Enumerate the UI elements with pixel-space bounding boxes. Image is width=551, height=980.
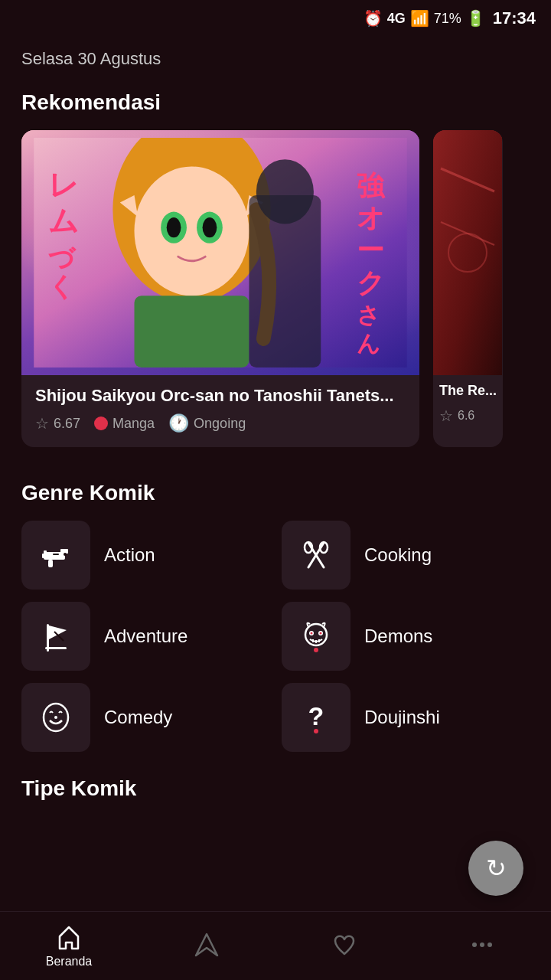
demons-label: Demons bbox=[364, 626, 432, 647]
cooking-label: Cooking bbox=[364, 544, 432, 566]
heart-icon bbox=[331, 931, 358, 959]
tipe-komik-title: Tipe Komik bbox=[0, 770, 551, 813]
svg-point-55 bbox=[472, 942, 477, 947]
genre-item-doujinshi[interactable]: ? Doujinshi bbox=[282, 683, 530, 752]
battery-label: 71% bbox=[434, 11, 461, 27]
rating-1: ☆ 6.6 bbox=[439, 407, 497, 425]
svg-text:?: ? bbox=[308, 701, 324, 730]
adventure-label: Adventure bbox=[104, 626, 187, 647]
nav-explore[interactable] bbox=[138, 931, 276, 962]
svg-text:ん: ん bbox=[357, 331, 380, 356]
adventure-icon-box bbox=[21, 602, 90, 671]
cover-art-svg: レ ム づ く 強 オ ー ク さ ん bbox=[29, 138, 412, 368]
svg-point-31 bbox=[64, 553, 67, 556]
adventure-icon bbox=[37, 618, 74, 655]
svg-point-2 bbox=[135, 167, 249, 296]
star-icon-0: ☆ bbox=[35, 414, 49, 433]
network-label: 4G bbox=[387, 11, 406, 27]
svg-rect-27 bbox=[60, 549, 68, 554]
alarm-icon: ⏰ bbox=[364, 9, 383, 28]
genre-grid: Action Cooking bbox=[0, 514, 551, 770]
genre-item-comedy[interactable]: Comedy bbox=[21, 683, 269, 752]
partial-cover-svg bbox=[433, 130, 502, 375]
type-0: Manga bbox=[94, 416, 155, 432]
demons-icon bbox=[298, 618, 334, 655]
svg-point-56 bbox=[480, 942, 484, 947]
genre-item-demons[interactable]: Demons bbox=[282, 602, 530, 671]
bottom-nav: Beranda bbox=[0, 911, 551, 980]
manga-card-1[interactable]: The Re... ☆ 6.6 bbox=[433, 130, 503, 447]
svg-point-21 bbox=[256, 159, 314, 224]
svg-point-49 bbox=[314, 648, 318, 652]
signal-icon: 📶 bbox=[410, 9, 429, 28]
comedy-icon bbox=[37, 699, 74, 736]
svg-rect-39 bbox=[45, 647, 67, 649]
more-dots-icon bbox=[468, 931, 496, 959]
genre-item-adventure[interactable]: Adventure bbox=[21, 602, 269, 671]
svg-rect-30 bbox=[42, 554, 45, 558]
svg-point-53 bbox=[314, 729, 318, 733]
svg-text:ム: ム bbox=[48, 204, 79, 238]
genre-title: Genre Komik bbox=[0, 466, 551, 514]
status-bar: ⏰ 4G 📶 71% 🔋 17:34 bbox=[0, 0, 551, 37]
home-icon bbox=[55, 924, 83, 952]
nav-favorites[interactable] bbox=[276, 931, 413, 962]
svg-marker-54 bbox=[196, 934, 217, 956]
svg-rect-32 bbox=[53, 554, 59, 555]
recommendation-carousel: レ ム づ く 強 オ ー ク さ ん bbox=[0, 124, 551, 466]
svg-rect-28 bbox=[48, 560, 53, 567]
manga-card-0[interactable]: レ ム づ く 強 オ ー ク さ ん bbox=[21, 130, 419, 447]
svg-point-6 bbox=[203, 217, 217, 237]
explore-icon bbox=[193, 931, 220, 959]
battery-icon: 🔋 bbox=[466, 9, 485, 28]
svg-point-44 bbox=[311, 632, 313, 635]
svg-point-5 bbox=[167, 217, 181, 237]
action-label: Action bbox=[104, 544, 155, 566]
genre-item-cooking[interactable]: Cooking bbox=[282, 521, 530, 590]
manga-info-0: Shijou Saikyou Orc-san no Tanoshii Tanet… bbox=[21, 375, 419, 447]
action-icon bbox=[37, 537, 74, 573]
manga-info-1: The Re... ☆ 6.6 bbox=[433, 375, 503, 433]
nav-home[interactable]: Beranda bbox=[0, 924, 138, 969]
history-icon-0: 🕐 bbox=[168, 413, 189, 433]
status-0: 🕐 Ongoing bbox=[168, 413, 246, 433]
svg-text:強: 強 bbox=[357, 171, 386, 201]
manga-cover-1 bbox=[433, 130, 502, 375]
comedy-icon-box bbox=[21, 683, 90, 752]
comedy-label: Comedy bbox=[104, 707, 172, 728]
svg-rect-9 bbox=[135, 296, 249, 368]
cooking-icon bbox=[298, 537, 334, 573]
manga-cover-0: レ ム づ く 強 オ ー ク さ ん bbox=[21, 130, 419, 375]
svg-text:さ: さ bbox=[357, 302, 380, 328]
rating-0: ☆ 6.67 bbox=[35, 414, 80, 433]
refresh-icon: ↻ bbox=[486, 854, 507, 883]
svg-text:オ: オ bbox=[357, 203, 385, 234]
demons-icon-box bbox=[282, 602, 350, 671]
date-display: Selasa 30 Agustus bbox=[0, 37, 551, 75]
svg-marker-38 bbox=[49, 626, 67, 639]
svg-point-51 bbox=[54, 716, 57, 719]
svg-text:ク: ク bbox=[357, 268, 385, 299]
manga-title-0: Shijou Saikyou Orc-san no Tanoshii Tanet… bbox=[35, 386, 406, 406]
svg-point-45 bbox=[320, 632, 322, 635]
doujinshi-icon-box: ? bbox=[282, 683, 350, 752]
svg-text:づ: づ bbox=[48, 244, 77, 273]
doujinshi-icon: ? bbox=[298, 699, 334, 736]
svg-rect-29 bbox=[44, 550, 47, 554]
home-label: Beranda bbox=[46, 955, 93, 969]
manga-meta-0: ☆ 6.67 Manga 🕐 Ongoing bbox=[35, 413, 406, 433]
action-icon-box bbox=[21, 521, 90, 590]
manga-dot-0 bbox=[94, 416, 108, 430]
time-display: 17:34 bbox=[493, 8, 536, 28]
genre-item-action[interactable]: Action bbox=[21, 521, 269, 590]
refresh-fab[interactable]: ↻ bbox=[468, 841, 523, 896]
svg-rect-22 bbox=[433, 130, 502, 375]
star-icon-1: ☆ bbox=[439, 407, 453, 425]
svg-point-57 bbox=[487, 942, 492, 947]
recommendation-title: Rekomendasi bbox=[0, 75, 551, 124]
svg-text:レ: レ bbox=[48, 168, 79, 202]
manga-title-1: The Re... bbox=[439, 383, 497, 399]
nav-more[interactable] bbox=[413, 931, 551, 962]
doujinshi-label: Doujinshi bbox=[364, 707, 440, 728]
svg-text:く: く bbox=[48, 273, 75, 301]
